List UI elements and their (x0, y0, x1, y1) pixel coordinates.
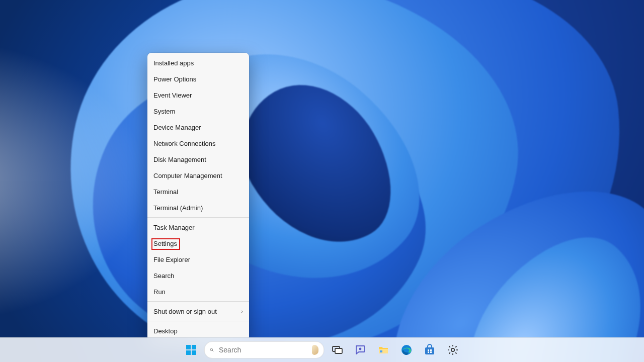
menu-item-file-explorer[interactable]: File Explorer (147, 251, 249, 267)
menu-item-label: Shut down or sign out (153, 308, 217, 315)
menu-item-computer-management[interactable]: Computer Management (147, 167, 249, 184)
svg-line-5 (212, 350, 213, 351)
menu-item-label: Run (153, 288, 166, 296)
menu-item-network-connections[interactable]: Network Connections (147, 135, 249, 151)
task-view-icon (331, 344, 343, 356)
menu-item-power-options[interactable]: Power Options (147, 71, 249, 87)
menu-item-terminal-admin[interactable]: Terminal (Admin) (147, 200, 249, 216)
search-input[interactable] (218, 345, 308, 354)
menu-item-run[interactable]: Run (147, 284, 249, 300)
menu-item-label: Installed apps (153, 59, 194, 67)
chat-icon (354, 344, 366, 356)
start-icon (185, 344, 197, 356)
svg-point-8 (359, 348, 362, 350)
taskbar-chat[interactable] (350, 340, 370, 360)
svg-rect-12 (425, 347, 434, 354)
store-icon (424, 344, 436, 356)
menu-item-system[interactable]: System (147, 103, 249, 119)
search-icon (210, 346, 214, 354)
menu-item-disk-management[interactable]: Disk Management (147, 151, 249, 167)
svg-rect-2 (186, 350, 191, 355)
svg-rect-0 (186, 345, 191, 349)
menu-item-label: Computer Management (153, 172, 222, 179)
svg-rect-1 (192, 345, 196, 349)
svg-rect-3 (192, 350, 196, 355)
menu-separator (147, 301, 249, 302)
svg-rect-15 (428, 351, 429, 353)
start-button[interactable] (181, 340, 201, 360)
menu-item-label: System (153, 108, 175, 115)
menu-item-label: Disk Management (153, 156, 206, 163)
chevron-right-icon: › (241, 308, 243, 314)
menu-item-label: Terminal (153, 188, 178, 196)
menu-item-settings[interactable]: Settings (147, 235, 249, 251)
taskbar (0, 337, 644, 362)
edge-icon (400, 344, 413, 356)
menu-item-desktop[interactable]: Desktop (147, 323, 249, 339)
taskbar-store[interactable] (420, 340, 440, 360)
svg-line-25 (455, 346, 456, 347)
taskbar-edge[interactable] (396, 340, 417, 360)
menu-item-label: Terminal (Admin) (153, 204, 203, 212)
menu-item-terminal[interactable]: Terminal (147, 184, 249, 200)
svg-point-17 (451, 348, 454, 351)
menu-separator (147, 217, 249, 218)
svg-line-22 (449, 346, 450, 347)
file-explorer-icon (377, 344, 389, 356)
menu-item-label: Desktop (153, 327, 178, 335)
taskbar-task-view[interactable] (327, 340, 347, 360)
svg-rect-14 (430, 349, 432, 351)
menu-item-search[interactable]: Search (147, 267, 249, 284)
menu-item-label: Settings (153, 240, 177, 247)
svg-line-24 (449, 352, 450, 353)
svg-rect-10 (380, 350, 382, 352)
menu-item-device-manager[interactable]: Device Manager (147, 119, 249, 135)
taskbar-search[interactable] (204, 341, 324, 358)
taskbar-settings[interactable] (443, 340, 463, 360)
menu-item-label: Event Viewer (153, 92, 192, 99)
menu-item-label: Device Manager (153, 124, 201, 131)
search-highlight-icon (312, 345, 318, 355)
settings-icon (447, 344, 459, 356)
menu-item-label: File Explorer (153, 256, 190, 263)
svg-rect-13 (428, 349, 429, 351)
menu-item-label: Power Options (153, 75, 196, 83)
menu-item-label: Search (153, 272, 174, 280)
svg-rect-16 (430, 351, 432, 353)
menu-item-label: Network Connections (153, 140, 216, 147)
menu-item-label: Task Manager (153, 224, 195, 231)
menu-item-shut-down-or-sign-out[interactable]: Shut down or sign out› (147, 303, 249, 319)
menu-item-installed-apps[interactable]: Installed apps (147, 55, 249, 71)
svg-rect-7 (335, 348, 342, 353)
desktop-wallpaper (0, 0, 644, 362)
start-context-menu[interactable]: Installed appsPower OptionsEvent ViewerS… (147, 53, 249, 341)
menu-item-task-manager[interactable]: Task Manager (147, 219, 249, 235)
svg-line-23 (455, 352, 456, 353)
menu-item-event-viewer[interactable]: Event Viewer (147, 87, 249, 103)
taskbar-file-explorer[interactable] (373, 340, 393, 360)
menu-separator (147, 321, 249, 321)
